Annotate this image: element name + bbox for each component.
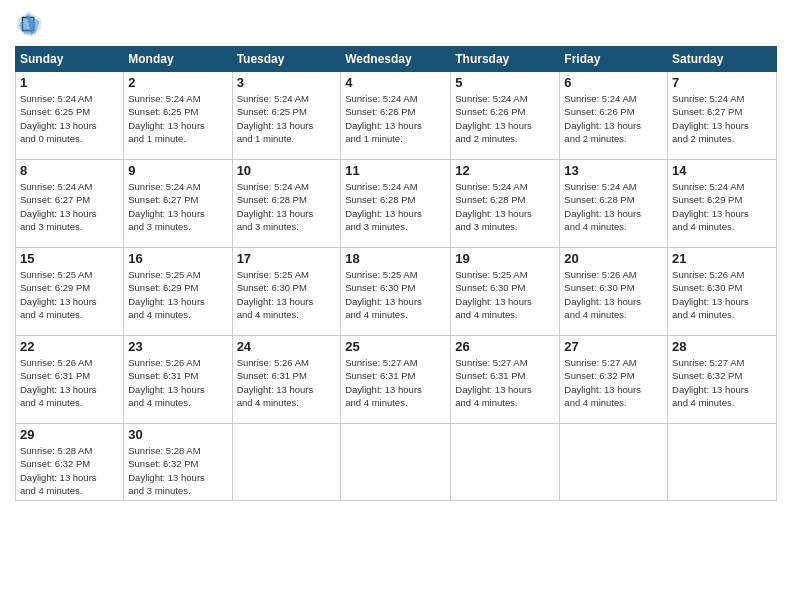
weekday-header: Sunday (16, 47, 124, 72)
calendar-cell: 26 Sunrise: 5:27 AMSunset: 6:31 PMDaylig… (451, 336, 560, 424)
calendar-cell: 4 Sunrise: 5:24 AMSunset: 6:26 PMDayligh… (341, 72, 451, 160)
calendar-cell: 14 Sunrise: 5:24 AMSunset: 6:29 PMDaylig… (668, 160, 777, 248)
day-number: 17 (237, 251, 337, 266)
day-info: Sunrise: 5:24 AMSunset: 6:27 PMDaylight:… (20, 180, 119, 233)
day-info: Sunrise: 5:24 AMSunset: 6:25 PMDaylight:… (20, 92, 119, 145)
weekday-header: Friday (560, 47, 668, 72)
calendar-cell: 13 Sunrise: 5:24 AMSunset: 6:28 PMDaylig… (560, 160, 668, 248)
logo (15, 10, 47, 38)
calendar-cell: 21 Sunrise: 5:26 AMSunset: 6:30 PMDaylig… (668, 248, 777, 336)
day-number: 14 (672, 163, 772, 178)
day-number: 12 (455, 163, 555, 178)
day-number: 3 (237, 75, 337, 90)
logo-icon (15, 10, 43, 38)
calendar-week-row: 8 Sunrise: 5:24 AMSunset: 6:27 PMDayligh… (16, 160, 777, 248)
day-info: Sunrise: 5:25 AMSunset: 6:29 PMDaylight:… (128, 268, 227, 321)
day-number: 28 (672, 339, 772, 354)
day-info: Sunrise: 5:27 AMSunset: 6:32 PMDaylight:… (672, 356, 772, 409)
day-info: Sunrise: 5:28 AMSunset: 6:32 PMDaylight:… (128, 444, 227, 497)
day-number: 11 (345, 163, 446, 178)
day-info: Sunrise: 5:25 AMSunset: 6:30 PMDaylight:… (237, 268, 337, 321)
day-info: Sunrise: 5:26 AMSunset: 6:31 PMDaylight:… (20, 356, 119, 409)
calendar-cell: 2 Sunrise: 5:24 AMSunset: 6:25 PMDayligh… (124, 72, 232, 160)
calendar-cell: 27 Sunrise: 5:27 AMSunset: 6:32 PMDaylig… (560, 336, 668, 424)
day-number: 21 (672, 251, 772, 266)
calendar-cell: 28 Sunrise: 5:27 AMSunset: 6:32 PMDaylig… (668, 336, 777, 424)
weekday-header: Thursday (451, 47, 560, 72)
calendar-week-row: 15 Sunrise: 5:25 AMSunset: 6:29 PMDaylig… (16, 248, 777, 336)
day-info: Sunrise: 5:24 AMSunset: 6:28 PMDaylight:… (237, 180, 337, 233)
day-info: Sunrise: 5:24 AMSunset: 6:26 PMDaylight:… (345, 92, 446, 145)
calendar-cell (451, 424, 560, 501)
day-number: 15 (20, 251, 119, 266)
day-info: Sunrise: 5:24 AMSunset: 6:26 PMDaylight:… (455, 92, 555, 145)
calendar-cell: 22 Sunrise: 5:26 AMSunset: 6:31 PMDaylig… (16, 336, 124, 424)
day-info: Sunrise: 5:24 AMSunset: 6:25 PMDaylight:… (237, 92, 337, 145)
calendar-cell: 19 Sunrise: 5:25 AMSunset: 6:30 PMDaylig… (451, 248, 560, 336)
calendar-cell: 23 Sunrise: 5:26 AMSunset: 6:31 PMDaylig… (124, 336, 232, 424)
calendar-cell: 25 Sunrise: 5:27 AMSunset: 6:31 PMDaylig… (341, 336, 451, 424)
calendar-cell (341, 424, 451, 501)
weekday-header: Monday (124, 47, 232, 72)
day-number: 9 (128, 163, 227, 178)
calendar-cell: 7 Sunrise: 5:24 AMSunset: 6:27 PMDayligh… (668, 72, 777, 160)
day-number: 16 (128, 251, 227, 266)
day-info: Sunrise: 5:26 AMSunset: 6:31 PMDaylight:… (237, 356, 337, 409)
day-info: Sunrise: 5:27 AMSunset: 6:31 PMDaylight:… (345, 356, 446, 409)
calendar-cell: 24 Sunrise: 5:26 AMSunset: 6:31 PMDaylig… (232, 336, 341, 424)
header (15, 10, 777, 38)
day-info: Sunrise: 5:26 AMSunset: 6:30 PMDaylight:… (672, 268, 772, 321)
day-info: Sunrise: 5:27 AMSunset: 6:31 PMDaylight:… (455, 356, 555, 409)
day-number: 19 (455, 251, 555, 266)
calendar-cell: 10 Sunrise: 5:24 AMSunset: 6:28 PMDaylig… (232, 160, 341, 248)
day-number: 2 (128, 75, 227, 90)
calendar-cell: 1 Sunrise: 5:24 AMSunset: 6:25 PMDayligh… (16, 72, 124, 160)
day-number: 5 (455, 75, 555, 90)
calendar-cell: 11 Sunrise: 5:24 AMSunset: 6:28 PMDaylig… (341, 160, 451, 248)
weekday-header: Tuesday (232, 47, 341, 72)
day-number: 23 (128, 339, 227, 354)
calendar-cell (232, 424, 341, 501)
day-info: Sunrise: 5:24 AMSunset: 6:28 PMDaylight:… (345, 180, 446, 233)
calendar-cell (560, 424, 668, 501)
calendar-cell: 6 Sunrise: 5:24 AMSunset: 6:26 PMDayligh… (560, 72, 668, 160)
calendar-cell: 5 Sunrise: 5:24 AMSunset: 6:26 PMDayligh… (451, 72, 560, 160)
calendar-cell: 8 Sunrise: 5:24 AMSunset: 6:27 PMDayligh… (16, 160, 124, 248)
weekday-header: Saturday (668, 47, 777, 72)
day-number: 1 (20, 75, 119, 90)
calendar-cell: 3 Sunrise: 5:24 AMSunset: 6:25 PMDayligh… (232, 72, 341, 160)
day-info: Sunrise: 5:28 AMSunset: 6:32 PMDaylight:… (20, 444, 119, 497)
day-number: 29 (20, 427, 119, 442)
calendar-week-row: 1 Sunrise: 5:24 AMSunset: 6:25 PMDayligh… (16, 72, 777, 160)
day-info: Sunrise: 5:25 AMSunset: 6:30 PMDaylight:… (345, 268, 446, 321)
calendar-week-row: 29 Sunrise: 5:28 AMSunset: 6:32 PMDaylig… (16, 424, 777, 501)
day-info: Sunrise: 5:24 AMSunset: 6:28 PMDaylight:… (564, 180, 663, 233)
day-number: 22 (20, 339, 119, 354)
day-number: 10 (237, 163, 337, 178)
day-number: 8 (20, 163, 119, 178)
weekday-header: Wednesday (341, 47, 451, 72)
calendar-cell: 20 Sunrise: 5:26 AMSunset: 6:30 PMDaylig… (560, 248, 668, 336)
day-info: Sunrise: 5:24 AMSunset: 6:28 PMDaylight:… (455, 180, 555, 233)
day-info: Sunrise: 5:24 AMSunset: 6:25 PMDaylight:… (128, 92, 227, 145)
calendar-cell: 15 Sunrise: 5:25 AMSunset: 6:29 PMDaylig… (16, 248, 124, 336)
calendar-week-row: 22 Sunrise: 5:26 AMSunset: 6:31 PMDaylig… (16, 336, 777, 424)
calendar-cell (668, 424, 777, 501)
day-number: 20 (564, 251, 663, 266)
day-info: Sunrise: 5:25 AMSunset: 6:30 PMDaylight:… (455, 268, 555, 321)
calendar-cell: 9 Sunrise: 5:24 AMSunset: 6:27 PMDayligh… (124, 160, 232, 248)
day-info: Sunrise: 5:24 AMSunset: 6:26 PMDaylight:… (564, 92, 663, 145)
calendar-cell: 18 Sunrise: 5:25 AMSunset: 6:30 PMDaylig… (341, 248, 451, 336)
day-number: 27 (564, 339, 663, 354)
day-info: Sunrise: 5:24 AMSunset: 6:29 PMDaylight:… (672, 180, 772, 233)
day-number: 18 (345, 251, 446, 266)
calendar-cell: 17 Sunrise: 5:25 AMSunset: 6:30 PMDaylig… (232, 248, 341, 336)
calendar-table: SundayMondayTuesdayWednesdayThursdayFrid… (15, 46, 777, 501)
day-number: 26 (455, 339, 555, 354)
day-number: 13 (564, 163, 663, 178)
page: SundayMondayTuesdayWednesdayThursdayFrid… (0, 0, 792, 612)
day-info: Sunrise: 5:26 AMSunset: 6:31 PMDaylight:… (128, 356, 227, 409)
day-number: 25 (345, 339, 446, 354)
day-info: Sunrise: 5:24 AMSunset: 6:27 PMDaylight:… (128, 180, 227, 233)
calendar-cell: 16 Sunrise: 5:25 AMSunset: 6:29 PMDaylig… (124, 248, 232, 336)
